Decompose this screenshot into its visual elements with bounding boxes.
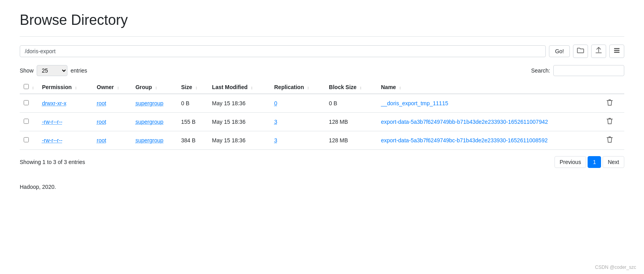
owner-label: Owner [97,84,114,90]
sort-icon-group[interactable]: ↕ [155,85,157,90]
owner-value[interactable]: root [97,100,106,106]
entries-label: entries [71,67,87,74]
name-value[interactable]: export-data-5a3b7f6249749bb-b71b43de2e23… [381,119,548,125]
sort-icon-name[interactable]: ↕ [399,85,401,90]
group-value[interactable]: supergroup [135,137,163,144]
col-header-owner: Owner ↕ [93,81,131,94]
table-row: -rw-r--r--rootsupergroup384 BMay 15 18:3… [20,131,624,150]
name-value[interactable]: export-data-5a3b7f6249749bc-b71b43de2e23… [381,137,548,144]
permission-value[interactable]: -rw-r--r-- [42,119,62,125]
size-value: 155 B [177,113,208,131]
next-button[interactable]: Next [603,156,624,168]
table-header-row: ↕ Permission ↕ Owner ↕ Group ↕ Size ↕ La… [20,81,624,94]
row-checkbox[interactable] [24,100,29,105]
delete-button[interactable] [604,117,615,127]
name-value[interactable]: __doris_export_tmp_11115 [381,100,448,106]
owner-value[interactable]: root [97,137,106,144]
col-header-actions [600,81,624,94]
table-row: -rw-r--r--rootsupergroup155 BMay 15 18:3… [20,113,624,131]
controls-row: Show 10 25 50 100 entries Search: [20,65,624,76]
col-header-last-modified: Last Modified ↕ [208,81,271,94]
block-size-value: 128 MB [325,113,377,131]
group-value[interactable]: supergroup [135,119,163,125]
svg-rect-0 [614,48,620,49]
col-header-name: Name ↕ [377,81,600,94]
owner-value[interactable]: root [97,119,106,125]
table-row: drwxr-xr-xrootsupergroup0 BMay 15 18:360… [20,94,624,113]
col-header-block-size: Block Size ↕ [325,81,377,94]
col-header-permission: Permission ↕ [38,81,93,94]
permission-label: Permission [42,84,71,90]
entries-select[interactable]: 10 25 50 100 [37,65,67,76]
folder-button[interactable] [573,45,588,58]
sort-icon-size[interactable]: ↕ [195,85,198,90]
name-label: Name [381,84,396,90]
sort-icon-block-size[interactable]: ↕ [360,85,362,90]
search-label: Search: [531,67,550,74]
pagination-row: Showing 1 to 3 of 3 entries Previous 1 N… [20,156,624,168]
delete-button[interactable] [604,135,615,145]
permission-value[interactable]: drwxr-xr-x [42,100,66,106]
block-size-value: 0 B [325,94,377,113]
page-title: Browse Directory [20,12,624,28]
select-all-checkbox[interactable] [24,84,29,89]
group-value[interactable]: supergroup [135,100,163,106]
search-input[interactable] [553,65,624,76]
group-label: Group [135,84,152,90]
upload-button[interactable] [591,45,606,58]
row-checkbox[interactable] [24,119,29,124]
last-modified-value: May 15 18:36 [208,113,271,131]
showing-text: Showing 1 to 3 of 3 entries [20,159,85,165]
permission-value[interactable]: -rw-r--r-- [42,137,62,144]
go-button[interactable]: Go! [549,45,570,57]
svg-rect-2 [614,52,620,53]
size-value: 384 B [177,131,208,150]
replication-value[interactable]: 3 [274,137,277,144]
block-size-label: Block Size [329,84,357,90]
last-modified-label: Last Modified [212,84,248,90]
replication-label: Replication [274,84,304,90]
replication-value[interactable]: 3 [274,119,277,125]
replication-value[interactable]: 0 [274,100,277,106]
sort-icon-checkbox: ↕ [32,85,34,90]
row-checkbox[interactable] [24,137,29,142]
block-size-value: 128 MB [325,131,377,150]
folder-icon [577,47,584,55]
sort-icon-owner[interactable]: ↕ [117,85,119,90]
path-bar: Go! [20,45,624,58]
size-label: Size [181,84,192,90]
col-header-group: Group ↕ [131,81,177,94]
previous-button[interactable]: Previous [554,156,586,168]
col-header-replication: Replication ↕ [270,81,325,94]
file-table: ↕ Permission ↕ Owner ↕ Group ↕ Size ↕ La… [20,81,624,150]
show-entries: Show 10 25 50 100 entries [20,65,87,76]
pagination: Previous 1 Next [554,156,624,168]
sort-icon-permission[interactable]: ↕ [75,85,77,90]
divider [20,36,624,37]
last-modified-value: May 15 18:36 [208,94,271,113]
search-row: Search: [531,65,624,76]
last-modified-value: May 15 18:36 [208,131,271,150]
list-icon [614,47,620,55]
sort-icon-replication[interactable]: ↕ [307,85,310,90]
size-value: 0 B [177,94,208,113]
svg-rect-1 [614,50,620,51]
path-input[interactable] [20,45,546,57]
list-button[interactable] [609,45,624,58]
col-header-size: Size ↕ [177,81,208,94]
show-label: Show [20,67,34,74]
sort-icon-last-modified[interactable]: ↕ [251,85,253,90]
footer: Hadoop, 2020. [20,184,624,190]
page-1-button[interactable]: 1 [588,156,601,168]
delete-button[interactable] [604,98,615,108]
upload-icon [595,47,602,56]
select-all-header: ↕ [20,81,38,94]
